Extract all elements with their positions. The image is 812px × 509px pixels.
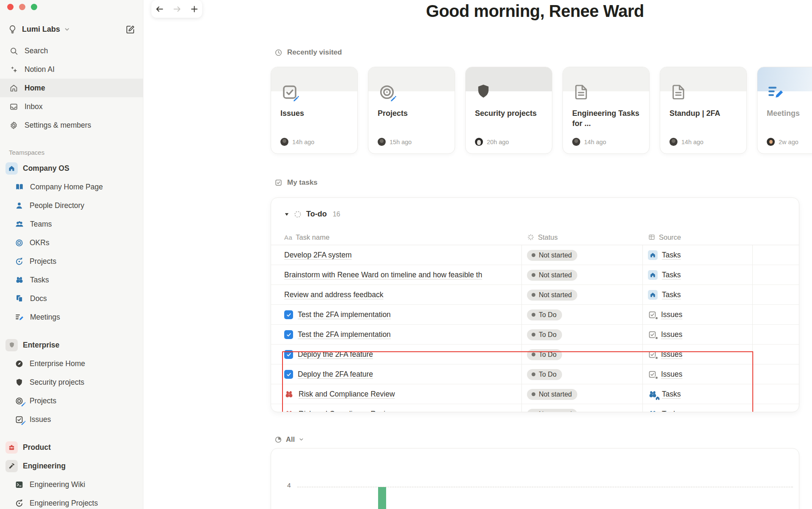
sidebar-item-notion-ai[interactable]: Notion AI: [0, 60, 143, 79]
status-cell[interactable]: To Do: [527, 364, 562, 384]
sidebar-item-settings[interactable]: Settings & members: [0, 116, 143, 134]
sidebar-item-projects[interactable]: Projects: [0, 252, 143, 271]
status-cell[interactable]: To Do: [527, 305, 562, 325]
task-link[interactable]: Deploy the 2FA feature: [298, 350, 373, 359]
column-header-source[interactable]: Source: [648, 229, 681, 245]
source-link[interactable]: Tasks: [662, 251, 681, 260]
source-link[interactable]: Issues: [661, 310, 683, 319]
sidebar-item-security-projects[interactable]: Security projects: [0, 373, 143, 391]
card-projects[interactable]: Projects 15h ago: [368, 67, 455, 154]
source-cell[interactable]: Issues: [648, 305, 683, 325]
sidebar-item-inbox[interactable]: Inbox: [0, 97, 143, 116]
source-link[interactable]: Tasks: [662, 271, 681, 279]
sidebar-item-home[interactable]: Home: [0, 79, 143, 97]
workspace-switcher[interactable]: Lumi Labs: [3, 20, 140, 38]
source-cell[interactable]: Tasks: [648, 285, 681, 305]
source-cell[interactable]: Issues: [648, 325, 683, 345]
table-row[interactable]: Review and address feedback Not started …: [271, 285, 799, 305]
filter-dropdown-all[interactable]: All: [274, 435, 304, 443]
document-icon: [572, 83, 591, 101]
sidebar-teamspace-enterprise[interactable]: Enterprise: [0, 336, 143, 354]
sidebar-item-enterprise-home[interactable]: Enterprise Home: [0, 354, 143, 373]
close-window-button[interactable]: [7, 4, 14, 10]
sidebar-teamspace-company-os[interactable]: Company OS: [0, 159, 143, 178]
task-link[interactable]: Test the 2FA implementation: [298, 310, 391, 319]
source-cell[interactable]: Tasks: [648, 245, 681, 265]
new-tab-button[interactable]: [189, 4, 199, 14]
text-property-icon: Aa: [284, 234, 292, 241]
status-cell[interactable]: Not started: [527, 265, 577, 285]
source-link[interactable]: Tasks: [662, 390, 681, 399]
compose-icon[interactable]: [126, 25, 135, 34]
source-link[interactable]: Issues: [661, 370, 683, 379]
task-link[interactable]: Brainstorm with Renee Ward on timeline a…: [284, 271, 482, 279]
task-link[interactable]: Deploy the 2FA feature: [298, 370, 373, 379]
sidebar-item-tasks[interactable]: Tasks: [0, 271, 143, 289]
sidebar-item-search[interactable]: Search: [0, 41, 143, 60]
sidebar-item-people-directory[interactable]: People Directory: [0, 196, 143, 215]
column-header-task-name[interactable]: Aa Task name: [284, 229, 329, 245]
status-cell[interactable]: To Do: [527, 345, 562, 364]
task-link[interactable]: Risk and Compliance Review: [299, 410, 395, 412]
task-link[interactable]: Review and address feedback: [284, 290, 383, 299]
sidebar-teamspace-product[interactable]: Product: [0, 438, 143, 457]
sidebar-teamspace-engineering[interactable]: Engineering: [0, 457, 143, 475]
card-issues[interactable]: Issues 14h ago: [271, 67, 358, 154]
status-cell[interactable]: To Do: [527, 325, 562, 345]
minimize-window-button[interactable]: [19, 4, 25, 10]
checked-checkbox-icon[interactable]: [284, 330, 293, 339]
column-header-status[interactable]: Status: [527, 229, 558, 245]
sidebar-item-meetings[interactable]: Meetings: [0, 308, 143, 326]
sidebar-item-okrs[interactable]: OKRs: [0, 233, 143, 252]
forward-button[interactable]: [172, 4, 182, 14]
card-standup-2fa[interactable]: Standup | 2FA 14h ago: [660, 67, 747, 154]
back-button[interactable]: [154, 4, 165, 14]
badge-icon: [655, 356, 658, 360]
checked-checkbox-icon[interactable]: [284, 310, 293, 319]
source-cell[interactable]: Tasks: [648, 265, 681, 285]
table-row[interactable]: Risk and Compliance Review Not started T…: [271, 384, 799, 404]
teamspaces-section-label: Teamspaces: [0, 145, 143, 159]
task-link[interactable]: Test the 2FA implementation: [298, 330, 391, 339]
source-cell[interactable]: Issues: [648, 364, 683, 384]
source-cell[interactable]: Issues: [648, 345, 683, 364]
table-row[interactable]: Develop 2FA system Not started Tasks: [271, 245, 799, 265]
source-cell[interactable]: Tasks: [648, 384, 681, 404]
table-row[interactable]: Test the 2FA implementation To Do Issues: [271, 325, 799, 345]
card-engineering-tasks[interactable]: Engineering Tasks for ... 14h ago: [562, 67, 650, 154]
sidebar-item-teams[interactable]: Teams: [0, 215, 143, 233]
zoom-window-button[interactable]: [31, 4, 37, 10]
card-meetings[interactable]: Meetings 2w ago: [757, 67, 812, 154]
source-cell[interactable]: Tasks: [648, 404, 681, 412]
avatar: [280, 138, 288, 146]
table-row[interactable]: Deploy the 2FA feature To Do Issues: [271, 364, 799, 384]
sidebar-item-company-home-page[interactable]: Company Home Page: [0, 178, 143, 196]
source-link[interactable]: Issues: [661, 330, 683, 339]
sidebar-item-engineering-wiki[interactable]: Engineering Wiki: [0, 475, 143, 494]
card-security-projects[interactable]: Security projects 20h ago: [465, 67, 552, 154]
binoculars-icon: [648, 389, 658, 399]
status-cell[interactable]: Not started: [527, 245, 577, 265]
sidebar-item-docs[interactable]: Docs: [0, 289, 143, 308]
source-link[interactable]: Tasks: [662, 290, 681, 299]
task-link[interactable]: Develop 2FA system: [284, 251, 352, 260]
status-cell[interactable]: Not started: [527, 384, 577, 404]
sidebar-item-enterprise-projects[interactable]: Projects: [0, 391, 143, 410]
status-cell[interactable]: Not started: [527, 285, 577, 305]
checked-checkbox-icon[interactable]: [284, 350, 293, 359]
status-cell[interactable]: Not started: [527, 404, 577, 412]
source-link[interactable]: Tasks: [662, 410, 681, 412]
table-row[interactable]: Deploy the 2FA feature To Do Issues: [271, 345, 799, 364]
table-row[interactable]: Risk and Compliance Review Not started T…: [271, 404, 799, 412]
todo-group-header[interactable]: To-do 16: [284, 210, 340, 219]
task-link[interactable]: Risk and Compliance Review: [299, 390, 395, 399]
shield-icon: [5, 339, 18, 351]
bar-green[interactable]: [378, 487, 386, 509]
sidebar-item-issues[interactable]: Issues: [0, 410, 143, 429]
table-row[interactable]: Test the 2FA implementation To Do Issues: [271, 305, 799, 325]
checked-checkbox-icon[interactable]: [284, 370, 293, 379]
collapse-triangle-icon[interactable]: [284, 212, 289, 217]
table-row[interactable]: Brainstorm with Renee Ward on timeline a…: [271, 265, 799, 285]
source-link[interactable]: Issues: [661, 350, 683, 359]
sidebar-item-engineering-projects[interactable]: Engineering Projects: [0, 494, 143, 509]
